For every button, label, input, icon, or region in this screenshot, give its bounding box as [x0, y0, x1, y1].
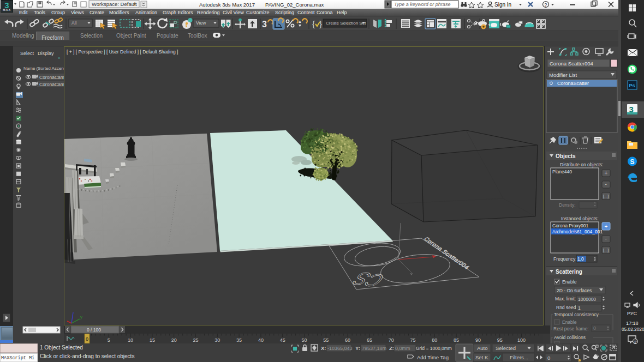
svg-text:79537,18m: 79537,18m: [362, 346, 386, 351]
svg-text:100: 100: [517, 337, 526, 343]
svg-text:Rest pose frame:: Rest pose frame:: [553, 326, 589, 331]
svg-text:95: 95: [497, 337, 503, 343]
svg-text:[...]: [...]: [603, 248, 609, 252]
svg-text:Y:: Y:: [355, 345, 360, 351]
svg-text:Modifier List: Modifier List: [549, 72, 577, 78]
svg-text:Grid = 1000,0mm: Grid = 1000,0mm: [416, 346, 452, 351]
svg-text:90: 90: [475, 337, 481, 343]
svg-text:Corona Proxy001: Corona Proxy001: [552, 223, 588, 228]
svg-text:[...]: [...]: [603, 194, 609, 198]
svg-text:-10365,043: -10365,043: [327, 346, 353, 351]
svg-text:Archmodels61_004_001: Archmodels61_004_001: [552, 229, 603, 234]
svg-text:-: -: [605, 236, 607, 242]
svg-text:50: 50: [302, 337, 307, 343]
svg-text:}: }: [319, 19, 322, 28]
svg-text:65: 65: [367, 337, 372, 343]
svg-text:10: 10: [128, 337, 133, 343]
svg-text:70: 70: [389, 337, 394, 343]
svg-text:S: S: [630, 158, 635, 166]
svg-text:Name (Sorted Ascend: Name (Sorted Ascend: [23, 66, 64, 71]
svg-text:CS: CS: [347, 269, 390, 291]
svg-text:Ps: Ps: [629, 83, 635, 88]
svg-text:MAXScript Mi: MAXScript Mi: [1, 355, 34, 361]
svg-text:1,0: 1,0: [577, 256, 584, 262]
svg-text:Enable: Enable: [562, 319, 577, 325]
svg-text:30: 30: [214, 337, 220, 343]
svg-text:0: 0: [593, 325, 596, 331]
svg-text:Scattering: Scattering: [556, 269, 582, 275]
svg-text:Filters...: Filters...: [510, 354, 528, 360]
svg-text:20: 20: [171, 337, 177, 343]
svg-text:Enable: Enable: [562, 279, 577, 285]
svg-text:Temporal consistency: Temporal consistency: [554, 312, 599, 317]
svg-text:CoronaCame: CoronaCame: [39, 82, 64, 87]
svg-text:1 Object Selected: 1 Object Selected: [40, 345, 83, 351]
svg-text:60: 60: [345, 337, 350, 343]
svg-text:0: 0: [547, 355, 550, 361]
svg-text:+: +: [605, 224, 608, 230]
svg-text:75: 75: [410, 337, 416, 343]
svg-text:CoronaScatter: CoronaScatter: [557, 81, 589, 86]
svg-text:Frequency:: Frequency:: [553, 256, 577, 262]
svg-text:2D - On surfaces: 2D - On surfaces: [557, 288, 592, 293]
svg-text:Select: Select: [20, 51, 34, 56]
svg-text:5: 5: [108, 337, 110, 343]
svg-text:Corona Scatter004: Corona Scatter004: [550, 61, 593, 67]
svg-text:40: 40: [258, 337, 264, 343]
svg-text:15: 15: [150, 337, 155, 343]
svg-text:All: All: [71, 20, 77, 26]
svg-text:Click or click-and-drag to sel: Click or click-and-drag to select object…: [40, 353, 134, 359]
svg-text:05.02.2020: 05.02.2020: [622, 327, 644, 332]
svg-text:Display: Display: [38, 51, 54, 56]
svg-text:1000000: 1000000: [578, 297, 596, 302]
svg-text:Auto: Auto: [477, 345, 488, 351]
svg-text:Distribute on objects:: Distribute on objects:: [560, 162, 603, 167]
svg-text:0 / 100: 0 / 100: [87, 327, 101, 333]
svg-text:Corona Scatter004: Corona Scatter004: [422, 236, 471, 270]
svg-text:РУС: РУС: [627, 311, 637, 316]
svg-text:3: 3: [262, 20, 267, 29]
svg-text:85: 85: [454, 337, 459, 343]
svg-text:0,0mm: 0,0mm: [395, 346, 410, 351]
svg-text:-: -: [605, 181, 607, 187]
svg-text:Selected: Selected: [496, 345, 516, 351]
svg-text:Set K.: Set K.: [475, 354, 490, 360]
svg-text:Type a keyword or phrase: Type a keyword or phrase: [394, 2, 450, 7]
svg-text:80: 80: [432, 337, 437, 343]
svg-text:Density:: Density:: [559, 202, 576, 208]
svg-text:{: {: [312, 19, 315, 28]
svg-text:Z:: Z:: [389, 345, 394, 351]
svg-text:Workspace: Default: Workspace: Default: [92, 1, 137, 7]
svg-text:View: View: [196, 20, 206, 26]
svg-text:Objects: Objects: [556, 153, 576, 159]
svg-text:y: y: [80, 315, 82, 319]
svg-text:25: 25: [193, 337, 199, 343]
svg-text:?: ?: [545, 2, 547, 8]
svg-text:Add Time Tag: Add Time Tag: [417, 354, 449, 360]
svg-text:45: 45: [280, 337, 285, 343]
svg-text:0: 0: [86, 336, 88, 342]
svg-text:Avoid collisions: Avoid collisions: [554, 335, 586, 340]
svg-text:Create Selection Set: Create Selection Set: [326, 21, 366, 26]
svg-text:17:18: 17:18: [626, 321, 639, 326]
svg-text:Instanced objects:: Instanced objects:: [561, 216, 599, 221]
svg-text:1: 1: [578, 305, 581, 311]
svg-text:CoronaCame: CoronaCame: [39, 75, 64, 80]
svg-text:Sign In: Sign In: [494, 2, 511, 8]
svg-text:»: »: [58, 56, 61, 61]
svg-text:Plane440: Plane440: [552, 169, 572, 174]
svg-text:Max. limit:: Max. limit:: [555, 296, 576, 301]
svg-text:X:: X:: [321, 345, 326, 351]
svg-text:55: 55: [323, 337, 329, 343]
svg-text:Rnd seed:: Rnd seed:: [556, 305, 577, 310]
svg-text:[ + ] [ Perspective ] [ User: [ + ] [ Perspective ] [ User Defined ] […: [67, 49, 178, 55]
svg-text:+: +: [605, 170, 608, 176]
svg-text:2: 2: [634, 340, 636, 345]
svg-text:35: 35: [236, 337, 242, 343]
